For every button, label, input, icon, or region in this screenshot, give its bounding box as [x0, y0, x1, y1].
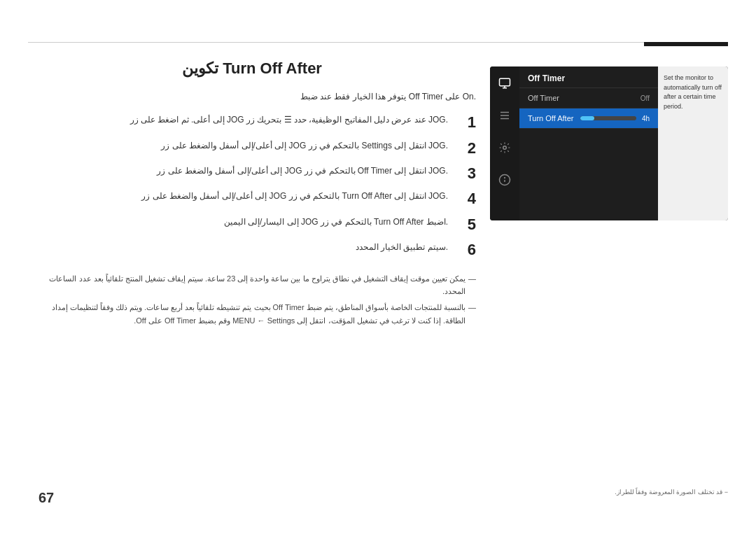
- step-item-5: 5 .اضبط Turn Off After بالتحكم في زر JOG…: [28, 216, 476, 234]
- bottom-note: − قد تختلف الصورة المعروضة وفقاً للطراز.: [490, 489, 728, 496]
- progress-bar-fill: [580, 116, 594, 120]
- notes-section: يمكن تعيين موقت إيقاف التشغيل في نطاق يت…: [28, 272, 476, 328]
- menu-item-off-timer-label: Off Timer: [528, 94, 559, 102]
- monitor-description: Set the monitor to automatically turn of…: [658, 66, 728, 220]
- info-icon[interactable]: [495, 170, 514, 190]
- monitor-sidebar: [490, 66, 519, 220]
- page-number: 67: [38, 490, 54, 506]
- step-item-3: 3 .JOG انتقل إلى Off Timer بالتحكم في زر…: [28, 164, 476, 183]
- step-number-4: 4: [455, 190, 476, 208]
- page-title: Turn Off After تكوين: [28, 59, 476, 78]
- monitor-description-text: Set the monitor to automatically turn of…: [664, 74, 722, 110]
- steps-list: 1 .JOG عند عرض دليل المفاتيح الوظيفية، ح…: [28, 113, 476, 259]
- step-item-2: 2 .JOG انتقل إلى Settings بالتحكم في زر …: [28, 139, 476, 157]
- step-text-5: .اضبط Turn Off After بالتحكم في زر JOG إ…: [224, 216, 448, 229]
- settings-icon[interactable]: [495, 106, 514, 125]
- step-number-6: 6: [455, 241, 476, 259]
- step-item-4: 4 .JOG انتقل إلى Turn Off After بالتحكم …: [28, 190, 476, 208]
- monitor-icon[interactable]: [495, 73, 514, 93]
- menu-item-turn-off-after-label: Turn Off After: [528, 114, 573, 122]
- menu-item-off-timer-value: Off: [640, 94, 650, 102]
- menu-item-turn-off-after-value: 4h: [642, 115, 650, 122]
- menu-item-turn-off-after[interactable]: Turn Off After 4h: [519, 108, 658, 129]
- subtitle: .On على Off Timer يتوفر هذا الخيار فقط ع…: [28, 90, 476, 104]
- top-border: [28, 42, 728, 43]
- monitor-main-content: Off Timer Off Timer Off Turn Off After 4…: [519, 66, 658, 220]
- svg-rect-0: [500, 78, 510, 86]
- svg-point-6: [503, 146, 507, 150]
- step-text-4: .JOG انتقل إلى Turn Off After بالتحكم في…: [141, 190, 448, 203]
- step-text-6: .سيتم تطبيق الخيار المحدد: [356, 241, 448, 254]
- gear-icon[interactable]: [495, 138, 514, 157]
- step-text-1: .JOG عند عرض دليل المفاتيح الوظيفية، حدد…: [130, 113, 448, 127]
- title-section: Turn Off After تكوين: [28, 59, 476, 78]
- menu-item-off-timer[interactable]: Off Timer Off: [519, 88, 658, 108]
- step-number-3: 3: [455, 164, 476, 183]
- step-number-2: 2: [455, 139, 476, 157]
- step-item-1: 1 .JOG عند عرض دليل المفاتيح الوظيفية، ح…: [28, 113, 476, 132]
- progress-bar-container: 4h: [580, 115, 650, 122]
- step-number-1: 1: [455, 113, 476, 132]
- step-item-6: 6 .سيتم تطبيق الخيار المحدد: [28, 241, 476, 259]
- note-item-2: بالنسبة للمنتجات الخاصة بأسواق المناطق، …: [28, 301, 476, 327]
- monitor-panel: Off Timer Off Timer Off Turn Off After 4…: [490, 66, 728, 220]
- menu-header: Off Timer: [519, 66, 658, 88]
- progress-bar: [580, 116, 636, 120]
- step-text-2: .JOG انتقل إلى Settings بالتحكم في زر JO…: [161, 139, 448, 153]
- right-accent-bar: [644, 42, 728, 46]
- left-content: Turn Off After تكوين .On على Off Timer ي…: [28, 52, 476, 330]
- note-item-1: يمكن تعيين موقت إيقاف التشغيل في نطاق يت…: [28, 272, 476, 298]
- step-text-3: .JOG انتقل إلى Off Timer بالتحكم في زر J…: [157, 164, 448, 178]
- step-number-5: 5: [455, 216, 476, 234]
